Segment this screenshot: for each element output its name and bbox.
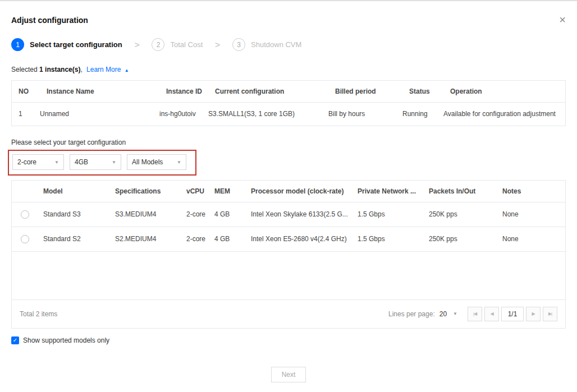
pagination: |◀ ◀ 1/1 ▶ ▶| <box>468 307 557 321</box>
pagination-next-button[interactable]: ▶ <box>526 307 541 321</box>
instance-column-header: NO <box>12 81 40 102</box>
mem-cell: 4 GB <box>214 202 251 227</box>
packets-cell: 250K pps <box>429 202 502 227</box>
step-total-cost: 2 Total Cost <box>152 38 203 51</box>
cpu-core-value: 2-core <box>17 158 36 166</box>
current-configuration-cell: S3.SMALL1(S3, 1 core 1GB) <box>208 102 328 126</box>
adjust-configuration-dialog: Adjust configuration × 1 Select target c… <box>0 1 577 382</box>
instance-table-header-row: NOInstance NameInstance IDCurrent config… <box>12 81 565 102</box>
models-column-header: Notes <box>502 181 565 202</box>
billed-period-cell: Bill by hours <box>328 102 402 126</box>
step-shutdown-cvm: 3 Shutdown CVM <box>232 38 301 51</box>
status-cell: Running <box>402 102 443 126</box>
table-empty-space <box>12 252 565 299</box>
step-select-target-configuration: 1 Select target configuration <box>11 38 122 51</box>
models-table-body: Standard S3 S3.MEDIUM4 2-core 4 GB Intel… <box>12 202 565 251</box>
instance-table-container: NOInstance NameInstance IDCurrent config… <box>11 80 566 126</box>
checkbox-label: Show supported models only <box>23 336 109 344</box>
model-name-cell: Standard S3 <box>43 202 115 227</box>
step-number-badge: 2 <box>152 38 164 51</box>
specifications-cell: S2.MEDIUM4 <box>115 227 186 251</box>
step-separator-icon: > <box>203 40 232 49</box>
model-radio-button[interactable] <box>21 210 29 219</box>
lines-per-page-value: 20 <box>439 310 447 318</box>
processor-model-cell: Intel Xeon Skylake 6133(2.5 G... <box>251 202 358 227</box>
close-icon[interactable]: × <box>559 16 566 24</box>
pagination-prev-button[interactable]: ◀ <box>484 307 499 321</box>
step-separator-icon: > <box>122 40 152 49</box>
vcpu-cell: 2-core <box>186 202 214 227</box>
mem-cell: 4 GB <box>214 227 251 251</box>
model-family-select[interactable]: All Models ▼ <box>127 154 186 170</box>
model-name-cell: Standard S2 <box>43 227 115 251</box>
models-column-header: Model <box>43 181 115 202</box>
selected-prefix: Selected <box>11 66 38 73</box>
models-table-container: ModelSpecificationsvCPUMEMProcessor mode… <box>11 180 566 329</box>
packets-cell: 250K pps <box>429 227 502 251</box>
specifications-cell: S3.MEDIUM4 <box>115 202 186 227</box>
models-column-header: Private Network ... <box>358 181 429 202</box>
step-wizard: 1 Select target configuration > 2 Total … <box>0 25 577 51</box>
notes-cell: None <box>502 202 565 227</box>
chevron-down-icon: ▼ <box>112 160 116 165</box>
step-label: Shutdown CVM <box>251 40 301 49</box>
target-config-label: Please select your target configuration <box>11 139 566 146</box>
lines-per-page-label: Lines per page: <box>388 310 435 318</box>
show-supported-checkbox[interactable]: ✓ <box>11 336 19 344</box>
vcpu-cell: 2-core <box>186 227 214 251</box>
next-button[interactable]: Next <box>271 367 306 382</box>
model-radio-cell <box>12 202 43 227</box>
step-label: Select target configuration <box>30 40 122 49</box>
models-table-header-row: ModelSpecificationsvCPUMEMProcessor mode… <box>12 181 565 202</box>
instance-row: 1 Unnamed ins-hg0utoiv S3.SMALL1(S3, 1 c… <box>12 102 565 126</box>
model-row: Standard S3 S3.MEDIUM4 2-core 4 GB Intel… <box>12 202 565 227</box>
chevron-down-icon: ▼ <box>453 311 457 316</box>
dialog-header: Adjust configuration × <box>0 1 577 25</box>
lines-per-page-select[interactable]: 20 ▼ <box>439 310 457 318</box>
page-indicator: 1/1 <box>501 307 524 321</box>
instance-table-body: 1 Unnamed ins-hg0utoiv S3.SMALL1(S3, 1 c… <box>12 102 565 126</box>
table-footer: Total 2 items Lines per page: 20 ▼ |◀ ◀ … <box>12 299 565 328</box>
model-radio-cell <box>12 227 43 251</box>
models-table: ModelSpecificationsvCPUMEMProcessor mode… <box>12 181 565 252</box>
instance-id-cell: ins-hg0utoiv <box>159 102 208 126</box>
comma: , <box>80 66 82 73</box>
instance-column-header: Current configuration <box>208 81 328 102</box>
chevron-down-icon: ▼ <box>54 160 59 165</box>
notes-cell: None <box>502 227 565 251</box>
total-items-label: Total 2 items <box>20 310 57 318</box>
chevron-down-icon: ▼ <box>177 160 181 165</box>
instance-column-header: Instance ID <box>159 81 208 102</box>
dialog-title: Adjust configuration <box>11 16 88 25</box>
models-column-header: Specifications <box>115 181 186 202</box>
instance-no-cell: 1 <box>12 102 40 126</box>
instance-column-header: Operation <box>443 81 565 102</box>
collapse-arrow-icon[interactable]: ▲ <box>125 68 129 73</box>
instance-count: 1 instance(s) <box>39 66 80 73</box>
pagination-last-button[interactable]: ▶| <box>543 307 557 321</box>
instance-name-cell: Unnamed <box>40 102 159 126</box>
instance-column-header: Status <box>402 81 443 102</box>
models-column-header: MEM <box>214 181 251 202</box>
models-column-header: Packets In/Out <box>429 181 502 202</box>
operation-cell: Available for configuration adjustment <box>443 102 565 126</box>
instance-table: NOInstance NameInstance IDCurrent config… <box>12 81 565 126</box>
processor-model-cell: Intel Xeon E5-2680 v4(2.4 GHz) <box>251 227 358 251</box>
step-number-badge: 1 <box>11 38 24 51</box>
instance-column-header: Billed period <box>328 81 402 102</box>
cpu-core-select[interactable]: 2-core ▼ <box>12 154 64 170</box>
radio-column-header <box>12 181 43 202</box>
models-column-header: vCPU <box>186 181 214 202</box>
show-supported-row: ✓ Show supported models only <box>11 336 566 344</box>
model-family-value: All Models <box>132 158 163 166</box>
private-network-cell: 1.5 Gbps <box>358 227 429 251</box>
instance-column-header: Instance Name <box>40 81 159 102</box>
memory-value: 4GB <box>75 158 88 166</box>
private-network-cell: 1.5 Gbps <box>358 202 429 227</box>
model-radio-button[interactable] <box>21 235 29 243</box>
memory-select[interactable]: 4GB ▼ <box>70 154 121 170</box>
models-column-header: Processor model (clock-rate) <box>251 181 358 202</box>
filter-highlight-box: 2-core ▼ 4GB ▼ All Models ▼ <box>8 150 196 176</box>
learn-more-link[interactable]: Learn More <box>86 66 121 73</box>
pagination-first-button[interactable]: |◀ <box>468 307 482 321</box>
